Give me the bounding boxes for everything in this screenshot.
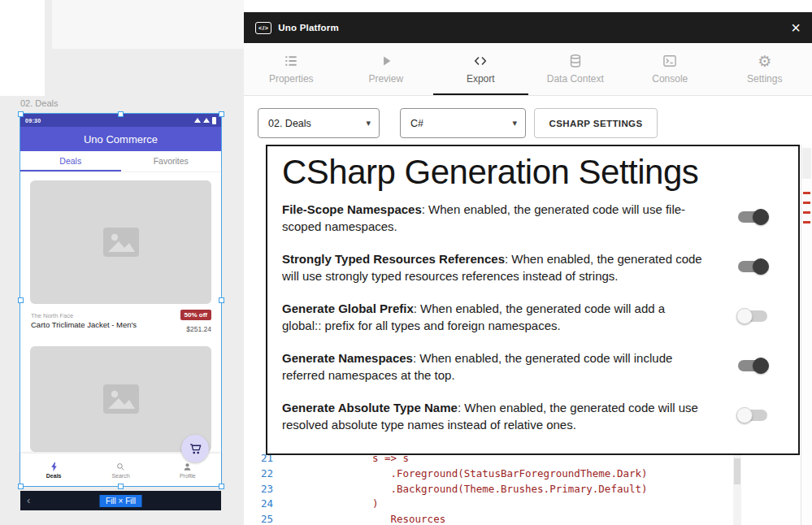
setting-name: Generate Global Prefix <box>282 302 414 315</box>
phone-app-bar[interactable]: Uno Commerce <box>20 127 221 151</box>
phone-tab-favorites[interactable]: Favorites <box>121 151 222 171</box>
phone-tab-deals[interactable]: Deals <box>20 151 121 171</box>
toggle-generate-global-prefix[interactable] <box>738 308 767 324</box>
code-minimap[interactable] <box>801 145 812 525</box>
play-icon <box>378 53 394 69</box>
uno-logo-icon: </> <box>255 22 271 34</box>
product-price: $251.24 <box>186 325 211 333</box>
close-icon[interactable]: × <box>791 20 801 36</box>
image-icon <box>103 228 139 257</box>
chevron-down-icon: ▾ <box>512 118 517 128</box>
setting-name: File-Scope Namespaces <box>282 202 422 216</box>
code-line: 23 .Background(Theme.Brushes.Primary.Def… <box>252 482 648 497</box>
lightning-icon <box>49 462 59 472</box>
code-lines: 21 s => s 22 .Foreground(StatusBarForegr… <box>252 451 648 525</box>
database-icon <box>567 53 584 69</box>
setting-name: Generate Absolute Type Name <box>282 401 458 414</box>
selection-handle-top-right[interactable] <box>219 111 224 117</box>
screen: 02. Deals 09:30 Uno Commerce Deals Favor… <box>0 0 812 525</box>
collapse-chevron-icon[interactable]: ‹ <box>27 491 30 510</box>
uno-platform-panel: </> Uno Platform × Properties Preview <box>244 0 812 525</box>
selection-handle-top-mid[interactable] <box>118 111 124 117</box>
artboard-label: 02. Deals <box>20 98 58 108</box>
cart-icon <box>189 442 202 456</box>
tab-settings[interactable]: ⚙ Settings <box>718 43 812 95</box>
cart-fab[interactable] <box>181 435 209 462</box>
dialog-title: CSharp Generation Settings <box>282 153 784 192</box>
design-canvas[interactable]: 02. Deals 09:30 Uno Commerce Deals Favor… <box>0 0 244 525</box>
code-icon <box>472 53 489 69</box>
tab-properties[interactable]: Properties <box>244 43 339 95</box>
fill-size-chip[interactable]: Fill × Fill <box>99 495 142 507</box>
layout-bar: ‹ Fill × Fill <box>20 491 221 510</box>
code-line: 25 Resources <box>252 512 648 525</box>
language-select-value: C# <box>410 118 423 129</box>
code-line: 22 .Foreground(StatusBarForegroundTheme.… <box>252 466 648 482</box>
csharp-settings-button[interactable]: CSHARP SETTINGS <box>534 108 658 138</box>
setting-row-generate-namespaces: Generate Namespaces: When enabled, the g… <box>282 350 784 384</box>
tab-console[interactable]: Console <box>623 43 718 95</box>
csharp-settings-dialog: CSharp Generation Settings File-Scope Na… <box>266 145 800 455</box>
minimap-viewport[interactable] <box>802 148 811 179</box>
setting-row-file-scope-namespaces: File-Scope Namespaces: When enabled, the… <box>282 202 784 235</box>
discount-badge: 50% off <box>180 310 211 320</box>
nav-label: Search <box>111 473 129 479</box>
toggle-generate-namespaces[interactable] <box>738 358 767 374</box>
search-icon <box>115 462 126 472</box>
selection-handle-bottom-mid[interactable] <box>118 484 124 489</box>
panel-tab-bar: Properties Preview Export <box>244 43 812 96</box>
tab-export[interactable]: Export <box>433 43 528 95</box>
tab-data-context[interactable]: Data Context <box>528 43 623 95</box>
setting-name: Strongly Typed Resources References <box>282 252 505 266</box>
tab-label: Console <box>652 73 688 85</box>
console-icon <box>662 53 678 69</box>
toggle-generate-absolute-type-name[interactable] <box>738 407 767 423</box>
tab-label: Data Context <box>547 73 604 85</box>
wifi-icon <box>194 118 201 123</box>
product-image-placeholder[interactable] <box>30 180 211 304</box>
nav-label: Deals <box>46 473 62 479</box>
page-select[interactable]: 02. Deals ▾ <box>258 108 380 138</box>
selection-handle-mid-left[interactable] <box>18 297 24 303</box>
product-image-placeholder-2[interactable] <box>30 346 211 452</box>
nav-item-search[interactable]: Search <box>87 453 154 486</box>
nav-label: Profile <box>180 473 196 479</box>
export-toolbar: 02. Deals ▾ C# ▾ CSHARP SETTINGS <box>244 96 812 138</box>
status-icons <box>194 117 216 124</box>
setting-row-strongly-typed-resources: Strongly Typed Resources References: Whe… <box>282 251 784 284</box>
chevron-down-icon: ▾ <box>366 118 371 128</box>
canvas-artboard-fragment <box>0 0 45 96</box>
nav-item-deals[interactable]: Deals <box>20 453 87 486</box>
language-select[interactable]: C# ▾ <box>400 108 526 138</box>
selection-handle-bottom-right[interactable] <box>219 484 224 489</box>
tab-label: Settings <box>747 73 782 85</box>
list-icon <box>283 53 299 69</box>
selection-handle-bottom-left[interactable] <box>18 484 24 489</box>
product-brand: The North Face <box>31 312 73 319</box>
code-scrollbar[interactable] <box>733 455 741 525</box>
setting-row-generate-global-prefix: Generate Global Prefix: When enabled, th… <box>282 301 784 334</box>
page-select-value: 02. Deals <box>268 118 311 129</box>
tab-label: Export <box>467 73 495 85</box>
selection-handle-mid-right[interactable] <box>219 297 224 303</box>
app-title: Uno Commerce <box>84 133 158 145</box>
toggle-strongly-typed-resources[interactable] <box>738 258 767 275</box>
tab-preview[interactable]: Preview <box>339 43 434 95</box>
minimap-mark <box>803 192 810 194</box>
selection-handle-top-left[interactable] <box>18 111 24 117</box>
phone-preview[interactable]: 09:30 Uno Commerce Deals Favorites <box>20 114 221 486</box>
gear-icon: ⚙ <box>758 53 771 69</box>
tab-label: Preview <box>368 73 403 85</box>
scrollbar-thumb[interactable] <box>734 458 740 484</box>
panel-title: Uno Platform <box>278 23 339 33</box>
minimap-mark <box>803 221 810 223</box>
person-icon <box>182 462 193 472</box>
tab-label: Properties <box>269 73 314 85</box>
setting-row-generate-absolute-type-name: Generate Absolute Type Name: When enable… <box>282 400 784 433</box>
panel-header: </> Uno Platform × <box>244 12 812 43</box>
setting-name: Generate Namespaces <box>282 351 413 365</box>
minimap-mark <box>803 202 810 204</box>
product-name: Carto Triclimate Jacket - Men's <box>31 320 137 329</box>
toggle-file-scope-namespaces[interactable] <box>738 209 767 225</box>
code-line: 24 ) <box>252 497 648 512</box>
